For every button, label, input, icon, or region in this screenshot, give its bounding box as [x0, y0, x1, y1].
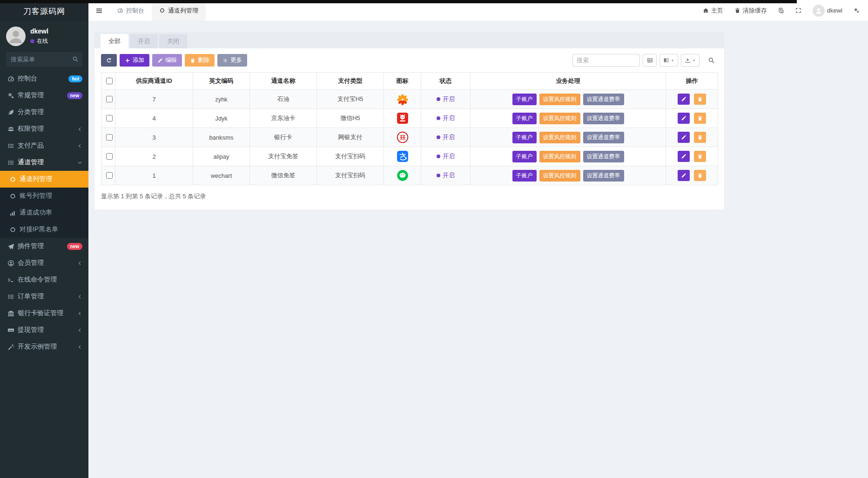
user-menu[interactable]: dkewl	[813, 5, 842, 17]
row-action-badge[interactable]: 设置风控规则	[539, 94, 580, 105]
sidebar-item-channel-success-rate[interactable]: 通道成功率	[0, 204, 88, 221]
trash-icon	[697, 173, 703, 178]
sidebar-item-bankcard-verify[interactable]: 银行卡验证管理	[0, 305, 88, 322]
sidebar-item-label: 权限管理	[18, 125, 44, 133]
sidebar-item-ip-blacklist[interactable]: 对接IP黑名单	[0, 221, 88, 238]
home-icon	[703, 7, 709, 13]
columns-button[interactable]	[659, 54, 678, 67]
sidebar-item-label: 通道管理	[18, 158, 44, 167]
sidebar-item-addon[interactable]: 插件管理new	[0, 238, 88, 255]
row-checkbox[interactable]	[106, 96, 113, 102]
sidebar-item-withdraw[interactable]: VISA提现管理	[0, 322, 88, 338]
sidebar-item-order[interactable]: 订单管理	[0, 288, 88, 305]
sidebar-item-auth[interactable]: 权限管理	[0, 121, 88, 137]
row-checkbox[interactable]	[106, 134, 113, 141]
row-action-badge[interactable]: 子账户	[512, 151, 537, 162]
row-action-badge[interactable]: 子账户	[512, 94, 537, 105]
export-button[interactable]	[681, 54, 700, 67]
table-header-row: 供应商通道ID 英文编码 通道名称 支付类型 图标 状态 业务处理 操作	[101, 73, 718, 90]
delete-button[interactable]: 删除	[185, 54, 215, 67]
header-status[interactable]: 状态	[421, 73, 471, 90]
pencil-icon	[681, 115, 686, 121]
select-all-checkbox[interactable]	[106, 78, 113, 84]
row-edit-button[interactable]	[678, 94, 690, 105]
filter-tab-all[interactable]: 全部	[101, 34, 128, 48]
row-edit-button[interactable]	[678, 170, 690, 181]
row-action-badge[interactable]: 设置风控规则	[539, 151, 580, 162]
row-checkbox[interactable]	[106, 172, 113, 179]
sidebar-item-general[interactable]: 常规管理new	[0, 87, 88, 104]
row-delete-button[interactable]	[694, 132, 706, 143]
header-english-code[interactable]: 英文编码	[193, 73, 250, 90]
refresh-button[interactable]	[101, 54, 117, 67]
sidebar-item-channel-list[interactable]: 通道列管理	[0, 171, 88, 188]
cell-operations	[666, 166, 718, 185]
row-action-badge[interactable]: 设置通道费率	[583, 151, 624, 162]
row-delete-button[interactable]	[694, 151, 706, 162]
row-checkbox[interactable]	[106, 115, 113, 121]
sidebar-item-account-list[interactable]: 账号列管理	[0, 188, 88, 204]
search-toggle-button[interactable]	[705, 56, 718, 64]
row-delete-button[interactable]	[694, 170, 706, 181]
sidebar-item-label: 通道成功率	[20, 209, 52, 217]
row-action-badge[interactable]: 设置通道费率	[583, 113, 624, 124]
cell-pay-type: 支付宝扫码	[317, 147, 384, 166]
row-edit-button[interactable]	[678, 113, 690, 124]
home-link[interactable]: 主页	[703, 7, 723, 15]
row-action-badge[interactable]: 子账户	[512, 170, 537, 182]
row-edit-button[interactable]	[678, 132, 690, 143]
magic-icon	[6, 343, 16, 350]
filter-tab-open[interactable]: 开启	[130, 34, 158, 48]
filter-tab-closed[interactable]: 关闭	[159, 34, 187, 48]
header-operation: 操作	[666, 73, 718, 90]
header-pay-type[interactable]: 支付类型	[317, 73, 384, 90]
row-edit-button[interactable]	[678, 151, 690, 162]
sidebar-item-member[interactable]: 会员管理	[0, 255, 88, 271]
badge-new: new	[67, 243, 82, 250]
cell-business-actions: 子账户设置风控规则设置通道费率	[471, 109, 666, 128]
row-action-badge[interactable]: 子账户	[512, 113, 537, 124]
paging-switch-button[interactable]	[643, 54, 657, 67]
row-delete-button[interactable]	[694, 113, 706, 124]
edit-button[interactable]: 编辑	[152, 54, 182, 67]
panel-body: 添加 编辑 删除 更多	[94, 48, 724, 210]
header-supplier-channel-id[interactable]: 供应商通道ID	[115, 73, 193, 90]
row-action-badge[interactable]: 子账户	[512, 132, 537, 143]
pencil-icon	[157, 58, 163, 63]
row-checkbox[interactable]	[106, 153, 113, 160]
pencil-icon	[681, 173, 686, 178]
cell-pay-type: 支付宝扫码	[317, 166, 384, 185]
header-channel-name[interactable]: 通道名称	[250, 73, 317, 90]
petrochina-icon	[397, 93, 409, 105]
status-dot-icon	[437, 135, 440, 139]
table-search-input[interactable]	[572, 54, 640, 67]
more-button[interactable]: 更多	[217, 54, 247, 67]
clear-cache-link[interactable]: 清除缓存	[734, 7, 767, 15]
row-action-badge[interactable]: 设置通道费率	[583, 132, 624, 143]
cell-english-code: wechart	[193, 166, 250, 185]
sidebar-item-console[interactable]: 控制台hot	[0, 70, 88, 87]
row-delete-button[interactable]	[694, 94, 706, 105]
header-business: 业务处理	[471, 73, 666, 90]
search-icon	[708, 57, 715, 64]
fullscreen-button[interactable]	[795, 7, 801, 13]
row-action-badge[interactable]: 设置风控规则	[539, 132, 580, 143]
sidebar-item-pay-product[interactable]: 支付产品	[0, 137, 88, 154]
sidebar-item-label: 账号列管理	[20, 192, 52, 200]
row-action-badge[interactable]: 设置风控规则	[539, 113, 580, 124]
row-action-badge[interactable]: 设置风控规则	[539, 170, 580, 182]
row-action-badge[interactable]: 设置通道费率	[583, 170, 624, 182]
sidebar-item-online-command[interactable]: 在线命令管理	[0, 271, 88, 288]
sidebar-item-category[interactable]: 分类管理	[0, 104, 88, 121]
settings-button[interactable]	[854, 7, 860, 13]
row-action-badge[interactable]: 设置通道费率	[583, 94, 624, 105]
add-button[interactable]: 添加	[120, 54, 149, 67]
terminal-icon	[6, 276, 16, 283]
sidebar-search-input[interactable]	[6, 52, 82, 67]
sidebar-item-label: 银行卡验证管理	[18, 309, 63, 317]
sidebar-item-label: 在线命令管理	[18, 276, 57, 284]
chevron-left-icon	[77, 311, 82, 316]
language-button[interactable]	[778, 7, 784, 13]
sidebar-item-channel[interactable]: 通道管理	[0, 154, 88, 171]
sidebar-item-dev-example[interactable]: 开发示例管理	[0, 338, 88, 355]
